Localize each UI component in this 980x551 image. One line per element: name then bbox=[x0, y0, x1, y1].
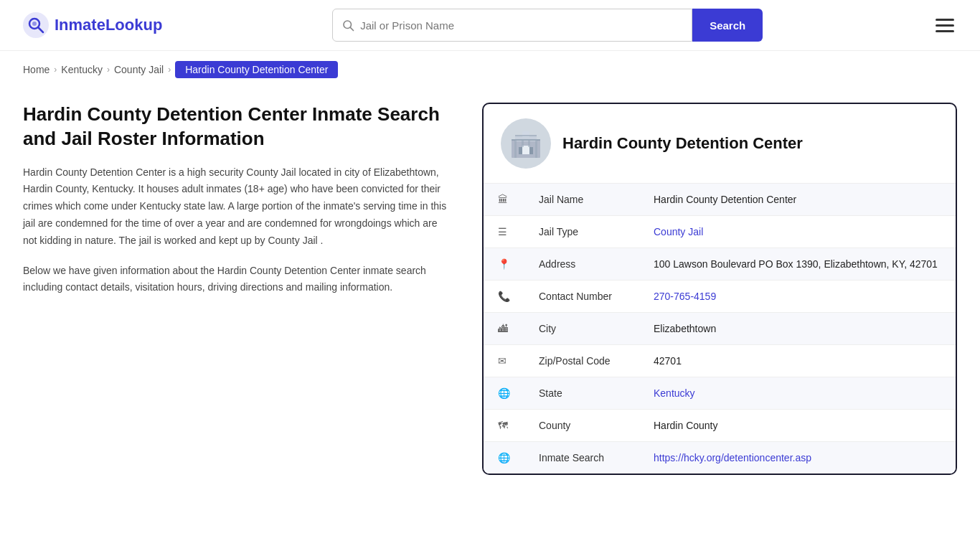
row-icon: 📞 bbox=[484, 281, 524, 313]
hamburger-menu-button[interactable] bbox=[933, 16, 957, 35]
info-value: Hardin County bbox=[654, 420, 718, 431]
logo: InmateLookup bbox=[23, 12, 162, 38]
search-button[interactable]: Search bbox=[692, 9, 763, 42]
row-value-cell: 270-765-4159 bbox=[639, 281, 956, 313]
row-icon: 🗺 bbox=[484, 410, 524, 442]
table-row: 🌐 Inmate Search https://hcky.org/detenti… bbox=[484, 442, 956, 474]
info-value: 100 Lawson Boulevard PO Box 1390, Elizab… bbox=[654, 258, 938, 270]
row-icon: 📍 bbox=[484, 248, 524, 281]
facility-info-table: 🏛 Jail Name Hardin County Detention Cent… bbox=[484, 184, 956, 474]
row-icon: 🏙 bbox=[484, 313, 524, 345]
row-label: County bbox=[524, 410, 639, 442]
row-value-cell: Elizabethtown bbox=[639, 313, 956, 345]
breadcrumb-chevron-1: › bbox=[54, 65, 57, 75]
row-label: Jail Name bbox=[524, 184, 639, 216]
row-value-cell: https://hcky.org/detentioncenter.asp bbox=[639, 442, 956, 474]
row-value-cell: Hardin County Detention Center bbox=[639, 184, 956, 216]
info-link[interactable]: 270-765-4159 bbox=[654, 291, 716, 302]
breadcrumb-chevron-3: › bbox=[168, 65, 171, 75]
facility-image bbox=[501, 118, 551, 169]
row-icon: ✉ bbox=[484, 345, 524, 377]
breadcrumb-chevron-2: › bbox=[107, 65, 110, 75]
svg-line-5 bbox=[351, 27, 354, 30]
row-label: City bbox=[524, 313, 639, 345]
row-value-cell: Hardin County bbox=[639, 410, 956, 442]
row-value-cell: 100 Lawson Boulevard PO Box 1390, Elizab… bbox=[639, 248, 956, 281]
card-facility-name: Hardin County Detention Center bbox=[562, 134, 803, 153]
row-label: Jail Type bbox=[524, 216, 639, 248]
svg-rect-15 bbox=[522, 140, 524, 147]
svg-point-3 bbox=[32, 22, 37, 26]
page-description-1: Hardin County Detention Center is a high… bbox=[23, 164, 453, 250]
card-header: Hardin County Detention Center bbox=[484, 104, 956, 184]
svg-rect-8 bbox=[522, 131, 529, 137]
page-title: Hardin County Detention Center Inmate Se… bbox=[23, 103, 453, 151]
breadcrumb-kentucky[interactable]: Kentucky bbox=[61, 64, 103, 75]
info-link[interactable]: Kentucky bbox=[654, 387, 695, 399]
row-value-cell: Kentucky bbox=[639, 377, 956, 410]
search-box bbox=[332, 9, 692, 42]
row-label: Inmate Search bbox=[524, 442, 639, 474]
left-column: Hardin County Detention Center Inmate Se… bbox=[23, 103, 482, 475]
table-row: 🗺 County Hardin County bbox=[484, 410, 956, 442]
table-row: 🏛 Jail Name Hardin County Detention Cent… bbox=[484, 184, 956, 216]
right-column: Hardin County Detention Center 🏛 Jail Na… bbox=[482, 103, 957, 475]
row-icon: 🌐 bbox=[484, 377, 524, 410]
search-area: Search bbox=[332, 9, 763, 42]
info-link[interactable]: County Jail bbox=[654, 226, 703, 237]
logo-icon bbox=[23, 12, 49, 38]
svg-rect-16 bbox=[528, 140, 530, 147]
row-value-cell: 42701 bbox=[639, 345, 956, 377]
row-icon: 🌐 bbox=[484, 442, 524, 474]
info-value: Elizabethtown bbox=[654, 323, 716, 334]
row-label: Zip/Postal Code bbox=[524, 345, 639, 377]
logo-text: InmateLookup bbox=[55, 16, 162, 34]
info-value: 42701 bbox=[654, 355, 682, 367]
search-input[interactable] bbox=[360, 19, 683, 32]
facility-info-card: Hardin County Detention Center 🏛 Jail Na… bbox=[482, 103, 957, 475]
breadcrumb-county-jail[interactable]: County Jail bbox=[114, 64, 164, 75]
breadcrumb-current: Hardin County Detention Center bbox=[175, 61, 338, 78]
table-row: 🌐 State Kentucky bbox=[484, 377, 956, 410]
info-value: Hardin County Detention Center bbox=[654, 194, 796, 205]
search-icon bbox=[341, 19, 354, 32]
hamburger-line-1 bbox=[936, 19, 954, 21]
row-label: Address bbox=[524, 248, 639, 281]
row-icon: ☰ bbox=[484, 216, 524, 248]
row-icon: 🏛 bbox=[484, 184, 524, 216]
info-link[interactable]: https://hcky.org/detentioncenter.asp bbox=[654, 452, 811, 463]
page-description-2: Below we have given information about th… bbox=[23, 263, 453, 297]
row-value-cell: County Jail bbox=[639, 216, 956, 248]
table-row: 📍 Address 100 Lawson Boulevard PO Box 13… bbox=[484, 248, 956, 281]
building-icon bbox=[508, 126, 544, 161]
breadcrumb-home[interactable]: Home bbox=[23, 64, 50, 75]
hamburger-line-3 bbox=[936, 30, 954, 32]
breadcrumb: Home › Kentucky › County Jail › Hardin C… bbox=[0, 51, 980, 88]
row-label: Contact Number bbox=[524, 281, 639, 313]
svg-rect-14 bbox=[514, 140, 517, 158]
hamburger-line-2 bbox=[936, 24, 954, 27]
row-label: State bbox=[524, 377, 639, 410]
table-row: ☰ Jail Type County Jail bbox=[484, 216, 956, 248]
table-row: 📞 Contact Number 270-765-4159 bbox=[484, 281, 956, 313]
table-row: ✉ Zip/Postal Code 42701 bbox=[484, 345, 956, 377]
table-row: 🏙 City Elizabethtown bbox=[484, 313, 956, 345]
svg-rect-17 bbox=[535, 140, 537, 158]
header: InmateLookup Search bbox=[0, 0, 980, 51]
main-content: Hardin County Detention Center Inmate Se… bbox=[0, 88, 980, 504]
